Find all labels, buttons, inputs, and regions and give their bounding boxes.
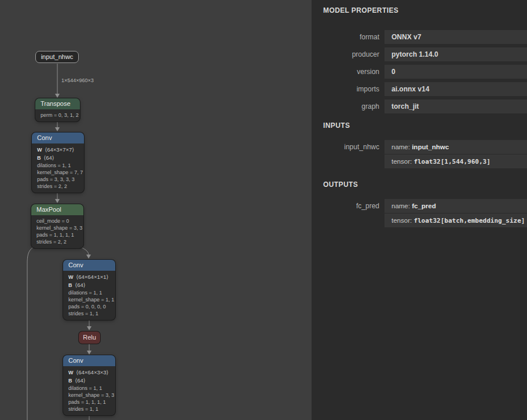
weight-key: W	[37, 147, 42, 153]
bias-key: B	[68, 378, 72, 384]
edge-tensor-shape-label: 1×544×960×3	[61, 78, 94, 83]
attr-line: pads = 1, 1, 1, 1	[68, 399, 110, 406]
input-name-value: input_nhwc	[412, 143, 449, 150]
node-header-conv[interactable]: Conv	[63, 355, 115, 366]
property-row-imports: imports ai.onnx v14	[312, 82, 527, 96]
node-bias-line: B⟨64⟩	[68, 377, 110, 385]
edge-maxpool-to-conv2	[80, 247, 89, 255]
property-label: version	[312, 68, 379, 76]
node-weight-line: W⟨64×3×7×7⟩	[37, 146, 79, 154]
node-attrs: ceil_mode = 0 kernel_shape = 3, 3 pads =…	[31, 215, 83, 248]
node-conv-1[interactable]: Conv W⟨64×3×7×7⟩ B⟨64⟩ dilations = 1, 1 …	[32, 132, 84, 193]
weight-key: W	[68, 274, 74, 280]
inputs-section-title: INPUTS	[323, 121, 527, 130]
input-fields: name: input_nhwc tensor: float32[1,544,9…	[385, 140, 527, 169]
node-maxpool[interactable]: MaxPool ceil_mode = 0 kernel_shape = 3, …	[31, 204, 83, 248]
property-label: format	[312, 33, 379, 41]
attr-line: strides = 2, 2	[37, 183, 79, 190]
input-tensor-field[interactable]: tensor: float32[1,544,960,3]	[385, 154, 527, 168]
model-properties-title: MODEL PROPERTIES	[323, 6, 527, 15]
bias-shape: ⟨64⟩	[44, 154, 54, 161]
graph-canvas[interactable]: 1×544×960×3 input_nhwc Transpose perm = …	[0, 0, 312, 420]
output-tensor-value: float32[batch,embedding_size]	[413, 217, 525, 224]
node-conv-3[interactable]: Conv W⟨64×64×3×3⟩ B⟨64⟩ dilations = 1, 1…	[63, 355, 115, 415]
property-row-graph: graph torch_jit	[312, 100, 527, 113]
property-row-version: version 0	[312, 65, 527, 79]
node-header-conv[interactable]: Conv	[63, 260, 115, 271]
outputs-section-title: OUTPUTS	[323, 180, 527, 189]
arrowhead-icon	[55, 94, 60, 98]
property-row-producer: producer pytorch 1.14.0	[312, 47, 527, 61]
node-header-transpose[interactable]: Transpose	[35, 98, 80, 109]
output-fields: name: fc_pred tensor: float32[batch,embe…	[385, 199, 527, 228]
node-weight-line: W⟨64×64×1×1⟩	[68, 273, 110, 281]
weight-shape: ⟨64×64×3×3⟩	[76, 369, 109, 375]
attr-line: kernel_shape = 1, 1	[68, 296, 110, 303]
node-input-nhwc[interactable]: input_nhwc	[35, 51, 79, 63]
property-value-producer[interactable]: pytorch 1.14.0	[385, 47, 527, 61]
node-conv-2[interactable]: Conv W⟨64×64×1×1⟩ B⟨64⟩ dilations = 1, 1…	[63, 260, 115, 320]
attr-line: kernel_shape = 3, 3	[36, 224, 78, 231]
node-attrs: perm = 0, 3, 1, 2	[35, 109, 80, 121]
node-attrs: W⟨64×3×7×7⟩ B⟨64⟩ dilations = 1, 1 kerne…	[32, 143, 84, 193]
tensor-prefix: tensor:	[391, 158, 412, 165]
property-value-imports[interactable]: ai.onnx v14	[385, 82, 527, 96]
input-name-field[interactable]: name: input_nhwc	[385, 140, 527, 154]
output-label: fc_pred	[312, 199, 379, 228]
node-weight-line: W⟨64×64×3×3⟩	[68, 369, 110, 377]
arrowhead-icon	[87, 326, 92, 330]
attr-line: ceil_mode = 0	[36, 218, 78, 224]
attr-line: perm = 0, 3, 1, 2	[41, 112, 75, 119]
attr-line: dilations = 1, 1	[37, 162, 79, 169]
bias-key: B	[68, 282, 72, 288]
attr-line: strides = 1, 1	[68, 406, 110, 412]
name-prefix: name:	[391, 202, 410, 209]
property-value-graph[interactable]: torch_jit	[385, 100, 527, 113]
netron-app: 1×544×960×3 input_nhwc Transpose perm = …	[0, 0, 527, 420]
attr-line: dilations = 1, 1	[68, 289, 110, 296]
attr-line: kernel_shape = 7, 7	[37, 169, 79, 176]
node-bias-line: B⟨64⟩	[37, 154, 79, 162]
arrowhead-icon	[55, 199, 60, 203]
output-block-fc-pred: fc_pred name: fc_pred tensor: float32[ba…	[312, 199, 527, 228]
node-header-conv[interactable]: Conv	[32, 132, 84, 143]
node-transpose[interactable]: Transpose perm = 0, 3, 1, 2	[35, 98, 80, 121]
tensor-prefix: tensor:	[391, 217, 412, 224]
attr-line: pads = 3, 3, 3, 3	[37, 176, 79, 183]
arrowhead-icon	[87, 351, 92, 355]
arrowhead-icon	[86, 255, 91, 259]
bias-shape: ⟨64⟩	[75, 282, 86, 288]
output-name-value: fc_pred	[412, 202, 436, 209]
node-relu[interactable]: Relu	[79, 331, 100, 344]
node-attrs: W⟨64×64×1×1⟩ B⟨64⟩ dilations = 1, 1 kern…	[63, 271, 115, 320]
property-value-version[interactable]: 0	[385, 65, 527, 79]
arrowhead-icon	[55, 127, 60, 131]
weight-shape: ⟨64×64×1×1⟩	[76, 274, 109, 280]
output-name-field[interactable]: name: fc_pred	[385, 199, 527, 213]
property-label: producer	[312, 50, 379, 58]
attr-line: pads = 1, 1, 1, 1	[36, 231, 78, 238]
input-block-input-nhwc: input_nhwc name: input_nhwc tensor: floa…	[312, 140, 527, 169]
name-prefix: name:	[391, 143, 410, 150]
properties-sidebar: MODEL PROPERTIES format ONNX v7 producer…	[312, 0, 527, 420]
property-label: graph	[312, 102, 379, 110]
attr-line: pads = 0, 0, 0, 0	[68, 303, 110, 310]
edge-maxpool-skip	[27, 247, 34, 420]
attr-line: strides = 1, 1	[68, 310, 110, 317]
node-header-maxpool[interactable]: MaxPool	[31, 204, 83, 215]
node-attrs: W⟨64×64×3×3⟩ B⟨64⟩ dilations = 1, 1 kern…	[63, 366, 115, 415]
attr-line: dilations = 1, 1	[68, 385, 110, 392]
model-properties-list: format ONNX v7 producer pytorch 1.14.0 v…	[312, 30, 527, 113]
attr-line: kernel_shape = 3, 3	[68, 392, 110, 399]
bias-shape: ⟨64⟩	[75, 377, 86, 384]
input-label: input_nhwc	[312, 140, 379, 169]
weight-key: W	[68, 370, 74, 375]
weight-shape: ⟨64×3×7×7⟩	[45, 146, 74, 153]
property-value-format[interactable]: ONNX v7	[385, 30, 527, 44]
property-row-format: format ONNX v7	[312, 30, 527, 44]
bias-key: B	[37, 155, 41, 161]
attr-line: strides = 2, 2	[36, 238, 78, 245]
property-label: imports	[312, 85, 379, 93]
node-bias-line: B⟨64⟩	[68, 281, 110, 289]
output-tensor-field[interactable]: tensor: float32[batch,embedding_size]	[385, 213, 527, 227]
